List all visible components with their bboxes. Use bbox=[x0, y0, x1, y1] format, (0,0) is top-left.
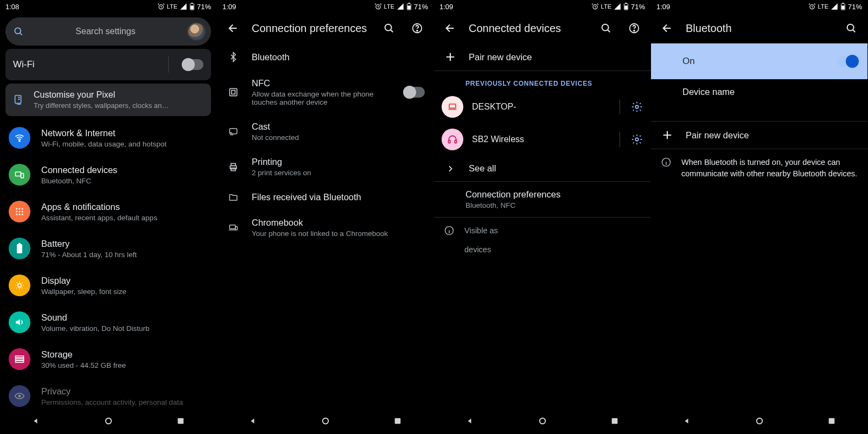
svg-rect-51 bbox=[449, 104, 456, 108]
customize-sub: Try different styles, wallpapers, clocks… bbox=[34, 101, 169, 110]
connection-preferences-link[interactable]: Connection preferencesBluetooth, NFC bbox=[434, 182, 650, 217]
help-button[interactable] bbox=[407, 18, 427, 38]
alarm-icon bbox=[157, 3, 165, 10]
search-button[interactable] bbox=[841, 18, 861, 38]
settings-item-battery[interactable]: Battery71% - About 1 day, 10 hrs left bbox=[0, 230, 216, 267]
status-time: 1:09 bbox=[439, 3, 453, 11]
back-button[interactable] bbox=[224, 18, 243, 38]
nav-back[interactable] bbox=[676, 410, 698, 432]
status-battery: 71% bbox=[414, 3, 428, 11]
settings-item-display[interactable]: DisplayWallpaper, sleep, font size bbox=[0, 267, 216, 304]
nav-home[interactable] bbox=[749, 410, 770, 432]
wifi-quick-toggle[interactable]: Wi-Fi bbox=[5, 49, 211, 80]
screen-connected-devices: 1:09 LTE 71% Connected devices Pair new … bbox=[434, 0, 651, 434]
status-bar: 1:08 LTE 71% bbox=[0, 0, 216, 13]
device-name-row[interactable]: Device name bbox=[651, 79, 867, 105]
svg-rect-41 bbox=[235, 226, 238, 229]
svg-point-6 bbox=[19, 141, 20, 142]
cast-icon bbox=[226, 127, 241, 137]
svg-rect-18 bbox=[17, 244, 22, 253]
nav-recent[interactable] bbox=[604, 410, 626, 432]
svg-rect-19 bbox=[18, 243, 21, 244]
pref-cast[interactable]: CastNot connected bbox=[217, 114, 433, 149]
svg-rect-43 bbox=[394, 418, 400, 424]
search-settings[interactable]: Search settings bbox=[5, 17, 211, 46]
status-lte: LTE bbox=[384, 3, 394, 10]
back-button[interactable] bbox=[658, 18, 677, 38]
customize-pixel-tile[interactable]: Customise your Pixel Try different style… bbox=[5, 84, 211, 116]
plus-icon bbox=[443, 51, 458, 63]
search-button[interactable] bbox=[379, 18, 399, 38]
status-battery: 71% bbox=[197, 3, 211, 11]
settings-item-connected-devices[interactable]: Connected devicesBluetooth, NFC bbox=[0, 156, 216, 193]
pref-nfc[interactable]: NFCAllow data exchange when the phone to… bbox=[217, 71, 433, 114]
svg-point-13 bbox=[19, 211, 21, 213]
nav-bar bbox=[434, 408, 650, 434]
nav-back[interactable] bbox=[459, 410, 481, 432]
nfc-icon bbox=[226, 87, 241, 98]
nav-recent[interactable] bbox=[170, 410, 192, 432]
settings-item-storage[interactable]: Storage30% used - 44.52 GB free bbox=[0, 341, 216, 378]
status-bar: 1:09 LTE 71% bbox=[651, 0, 867, 13]
wifi-toggle[interactable] bbox=[183, 59, 203, 70]
help-button[interactable] bbox=[624, 18, 644, 38]
bluetooth-toggle[interactable] bbox=[837, 56, 858, 67]
status-bar: 1:09 LTE 71% bbox=[434, 0, 650, 13]
nfc-toggle[interactable] bbox=[404, 87, 425, 98]
svg-rect-62 bbox=[841, 5, 844, 9]
palette-icon bbox=[13, 94, 25, 106]
bluetooth-info: When Bluetooth is turned on, your device… bbox=[651, 149, 867, 187]
plus-icon bbox=[660, 129, 675, 141]
svg-point-55 bbox=[635, 138, 639, 141]
nav-back[interactable] bbox=[25, 410, 47, 432]
pref-files-bluetooth[interactable]: Files received via Bluetooth bbox=[217, 184, 433, 210]
svg-rect-36 bbox=[229, 129, 237, 134]
device-settings-button[interactable] bbox=[631, 133, 643, 145]
svg-rect-53 bbox=[449, 141, 450, 143]
svg-rect-40 bbox=[229, 225, 235, 228]
pref-chromebook[interactable]: ChromebookYour phone is not linked to a … bbox=[217, 210, 433, 245]
search-button[interactable] bbox=[596, 18, 616, 38]
nav-recent[interactable] bbox=[387, 410, 409, 432]
nav-recent[interactable] bbox=[821, 410, 843, 432]
svg-point-11 bbox=[22, 208, 23, 209]
svg-rect-34 bbox=[229, 88, 237, 95]
avatar[interactable] bbox=[187, 22, 206, 41]
info-icon bbox=[444, 225, 455, 236]
svg-rect-3 bbox=[190, 5, 193, 9]
svg-point-20 bbox=[18, 284, 22, 288]
settings-item-sound[interactable]: SoundVolume, vibration, Do Not Disturb bbox=[0, 304, 216, 341]
status-lte: LTE bbox=[601, 3, 611, 10]
svg-point-25 bbox=[105, 418, 111, 424]
device-sb2-wireless[interactable]: SB2 Wireless bbox=[434, 123, 650, 156]
back-button[interactable] bbox=[441, 18, 460, 38]
svg-point-12 bbox=[16, 211, 17, 213]
bluetooth-master-toggle[interactable]: On bbox=[651, 43, 867, 79]
status-lte: LTE bbox=[167, 3, 177, 10]
device-desktop[interactable]: DESKTOP- bbox=[434, 91, 650, 123]
chromebook-icon bbox=[226, 223, 241, 233]
device-settings-button[interactable] bbox=[631, 101, 643, 113]
pref-bluetooth[interactable]: Bluetooth bbox=[217, 43, 433, 71]
pref-printing[interactable]: Printing2 print services on bbox=[217, 149, 433, 184]
battery-icon bbox=[840, 3, 846, 10]
settings-item-network[interactable]: Network & InternetWi-Fi, mobile, data us… bbox=[0, 119, 216, 156]
nav-home[interactable] bbox=[98, 410, 119, 432]
svg-point-31 bbox=[385, 24, 392, 31]
settings-item-apps[interactable]: Apps & notificationsAssistant, recent ap… bbox=[0, 193, 216, 230]
nav-home[interactable] bbox=[315, 410, 336, 432]
header: Connected devices bbox=[434, 13, 650, 43]
screen-bluetooth: 1:09 LTE 71% Bluetooth On Device name Pa… bbox=[651, 0, 868, 434]
pair-new-device[interactable]: Pair new device bbox=[434, 43, 650, 71]
svg-rect-8 bbox=[21, 174, 24, 178]
status-battery: 71% bbox=[631, 3, 645, 11]
nav-home[interactable] bbox=[532, 410, 553, 432]
svg-point-9 bbox=[16, 208, 17, 209]
see-all-devices[interactable]: See all bbox=[434, 156, 650, 181]
nav-back[interactable] bbox=[242, 410, 264, 432]
svg-point-42 bbox=[322, 418, 328, 424]
customize-title: Customise your Pixel bbox=[34, 90, 169, 100]
pair-new-device[interactable]: Pair new device bbox=[651, 122, 867, 149]
svg-rect-26 bbox=[177, 418, 183, 424]
svg-point-63 bbox=[847, 24, 854, 31]
